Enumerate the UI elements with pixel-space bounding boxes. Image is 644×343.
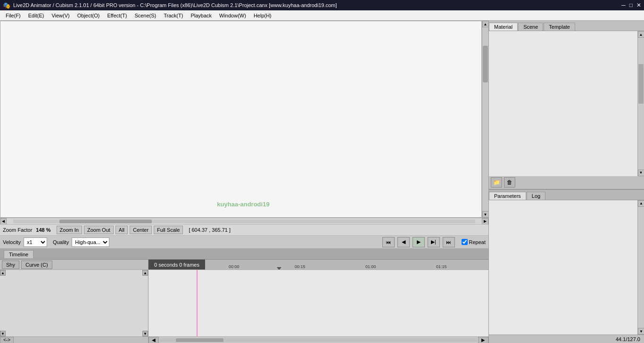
right-scroll-down[interactable]: ▼	[638, 170, 644, 176]
timeline-left-content: ▲ ▼ ▲ ▼	[0, 270, 148, 336]
play-button[interactable]: ▶	[413, 237, 425, 247]
right-vscroll-thumb[interactable]	[638, 64, 644, 104]
menu-window[interactable]: Window(W)	[215, 12, 250, 19]
restore-button[interactable]: □	[629, 2, 633, 8]
zoom-out-button[interactable]: Zoom Out	[84, 226, 114, 234]
lower-scroll-down[interactable]: ▼	[638, 328, 644, 335]
menu-playback[interactable]: Playback	[187, 12, 215, 19]
zoom-fullscale-button[interactable]: Full Scale	[154, 226, 183, 234]
timeline-scroll-left[interactable]: ◀	[149, 337, 159, 343]
viewport-scroll-up[interactable]: ▲	[482, 21, 489, 27]
menu-file[interactable]: File(F)	[2, 12, 25, 19]
menu-edit[interactable]: Edit(E)	[25, 12, 48, 19]
coords-display: [ 604.37 , 365.71 ]	[189, 227, 231, 233]
titlebar-controls: ─ □ ✕	[621, 2, 641, 8]
tab-parameters-label: Parameters	[494, 193, 521, 199]
right-scroll-up[interactable]: ▲	[638, 31, 644, 38]
timeline-section: Timeline Shy Curve (C) ▲ ▼	[0, 249, 488, 343]
zoom-in-button[interactable]: Zoom In	[57, 226, 82, 234]
viewport-vertical-scrollbar[interactable]: ▲ ▼	[482, 21, 488, 218]
tab-template[interactable]: Template	[544, 23, 575, 31]
repeat-control[interactable]: Repeat	[462, 239, 486, 245]
timeline-left-panel: Shy Curve (C) ▲ ▼ ▲ ▼	[0, 260, 149, 343]
ruler-tick-1: 00:15	[295, 264, 305, 269]
viewport-scroll-down[interactable]: ▼	[482, 211, 489, 218]
tab-material[interactable]: Material	[489, 23, 518, 31]
right-vscroll-track[interactable]	[638, 38, 644, 170]
playhead-line	[197, 270, 198, 336]
quality-select[interactable]: High-qua...	[72, 237, 109, 247]
right-panel-tabs: Material Scene Template	[489, 21, 644, 31]
repeat-label: Repeat	[469, 239, 486, 245]
timeline-scroll-down-left[interactable]: ▼	[0, 331, 6, 336]
close-button[interactable]: ✕	[636, 2, 641, 8]
status-text: 44.1/127.0	[616, 336, 640, 342]
menu-object[interactable]: Object(O)	[74, 12, 104, 19]
timeline-scroll-up-right[interactable]: ▲	[142, 270, 148, 276]
tab-log[interactable]: Log	[527, 192, 545, 200]
first-frame-button[interactable]: ⏮	[382, 237, 395, 247]
lower-right-content: ▲ ▼	[489, 200, 644, 335]
playback-toolbar: Velocity x1 Quality High-qua... ⏮ ◀ ▶ ▶|…	[0, 236, 488, 249]
zoom-center-button[interactable]: Center	[130, 226, 152, 234]
repeat-checkbox[interactable]	[462, 239, 468, 245]
titlebar: 🎭 Live2D Animator / Cubism 2.1.01 / 64bi…	[0, 0, 644, 10]
right-content-area: ▲ ▼	[489, 31, 644, 176]
viewport-horizontal-scrollbar[interactable]: ◀ ▶	[0, 218, 488, 224]
zoom-toolbar: Zoom Factor 148 % Zoom In Zoom Out All C…	[0, 224, 488, 236]
timeline-tab[interactable]: Timeline	[4, 250, 33, 258]
menu-help[interactable]: Help(H)	[250, 12, 275, 19]
ruler-tick-2: 01:00	[365, 264, 376, 269]
zoom-all-button[interactable]: All	[116, 226, 128, 234]
viewport-hscroll-track[interactable]	[13, 220, 475, 223]
menu-scene[interactable]: Scene(S)	[131, 12, 160, 19]
folder-icon-button[interactable]: 📁	[491, 177, 502, 188]
viewport-hscroll-thumb[interactable]	[59, 220, 152, 223]
viewport-vscroll-thumb[interactable]	[483, 46, 488, 82]
zoom-value: 148 %	[36, 227, 50, 233]
timeline-nav-button[interactable]: <->	[0, 337, 14, 343]
menu-view[interactable]: View(V)	[48, 12, 73, 19]
lower-scroll-up[interactable]: ▲	[638, 200, 644, 207]
lower-right-tabs: Parameters Log	[489, 190, 644, 200]
viewport-canvas[interactable]: kuyhaa-androdi19	[0, 21, 482, 218]
timeline-scroll-down-right[interactable]: ▼	[142, 331, 148, 336]
timeline-tab-label: Timeline	[9, 252, 28, 257]
tab-scene[interactable]: Scene	[518, 23, 543, 31]
menu-effect[interactable]: Effect(T)	[103, 12, 131, 19]
zoom-factor-label: Zoom Factor	[3, 227, 32, 233]
timeline-hscroll-track[interactable]	[160, 338, 477, 342]
next-frame-button[interactable]: ▶|	[428, 237, 440, 247]
right-vertical-scrollbar[interactable]: ▲ ▼	[637, 31, 644, 176]
delete-icon: 🗑	[507, 179, 512, 186]
lower-right-scrollbar[interactable]: ▲ ▼	[637, 200, 644, 335]
minimize-button[interactable]: ─	[621, 2, 626, 8]
timeline-left-header: Shy Curve (C)	[0, 260, 148, 270]
menu-track[interactable]: Track(T)	[160, 12, 187, 19]
menubar: File(F) Edit(E) View(V) Object(O) Effect…	[0, 10, 644, 21]
last-frame-button[interactable]: ⏭	[443, 237, 455, 247]
delete-icon-button[interactable]: 🗑	[504, 177, 515, 188]
ruler-tick-0: 00:00	[229, 264, 239, 269]
right-panel: Material Scene Template ▲ ▼ 📁	[488, 21, 644, 343]
timeline-header: Timeline	[0, 249, 488, 260]
timeline-tracks[interactable]	[149, 270, 488, 336]
tab-template-label: Template	[549, 24, 570, 30]
viewport-row: kuyhaa-androdi19 ▲ ▼	[0, 21, 488, 218]
velocity-select[interactable]: x1	[24, 237, 47, 247]
viewport-hscroll-left[interactable]: ◀	[0, 218, 7, 225]
timeline-hscroll-thumb[interactable]	[176, 338, 223, 342]
watermark-text: kuyhaa-androdi19	[217, 201, 269, 208]
viewport-hscroll-right[interactable]: ▶	[482, 218, 488, 225]
curve-button[interactable]: Curve (C)	[21, 261, 52, 269]
tab-parameters[interactable]: Parameters	[489, 192, 526, 200]
timeline-bottom-scrollbar: ◀ ▶	[149, 336, 488, 343]
prev-frame-button[interactable]: ◀	[397, 237, 410, 247]
app-icon: 🎭	[3, 2, 10, 9]
lower-vscroll-track[interactable]	[638, 207, 644, 328]
tab-log-label: Log	[532, 193, 540, 199]
shy-button[interactable]: Shy	[2, 261, 19, 269]
viewport-vscroll-track[interactable]	[482, 27, 488, 211]
timeline-scroll-right[interactable]: ▶	[478, 337, 488, 343]
timeline-scroll-up-left[interactable]: ▲	[0, 270, 6, 276]
